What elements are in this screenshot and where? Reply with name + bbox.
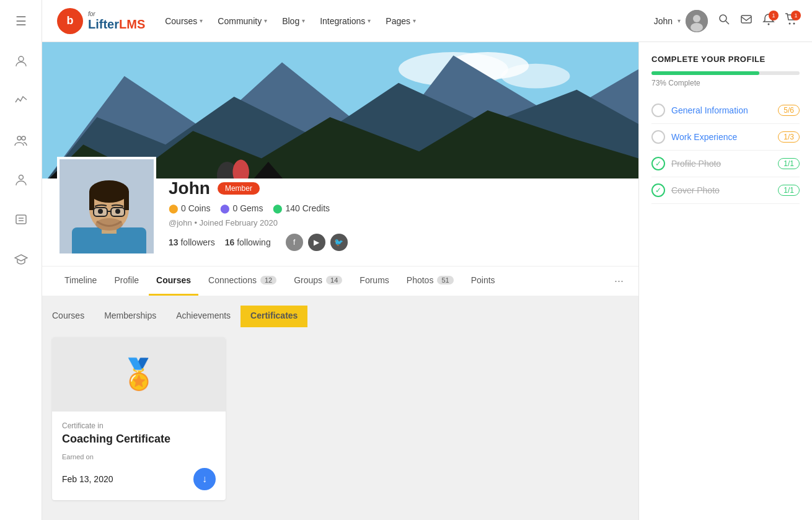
svg-rect-34: [124, 192, 129, 210]
progress-bar-background: [651, 71, 800, 75]
cover-photo-score: 1/1: [778, 185, 800, 196]
svg-point-20: [501, 64, 570, 89]
tab-more[interactable]: ···: [614, 275, 624, 288]
svg-point-16: [793, 23, 795, 25]
people-icon[interactable]: [10, 169, 32, 191]
cert-medal-icon: 🏅: [120, 357, 157, 392]
nav-blog[interactable]: Blog ▾: [282, 16, 305, 26]
svg-point-10: [691, 23, 703, 32]
cert-card-body: Certificate in Coaching Certificate Earn…: [52, 412, 226, 500]
work-experience-score: 1/3: [778, 131, 800, 143]
tab-groups[interactable]: Groups 14: [286, 267, 350, 296]
nav-community[interactable]: Community ▾: [218, 16, 267, 26]
profile-section: John Member ⬤ 0 Coins ⬤ 0 Gems: [42, 178, 638, 266]
profile-photo-label[interactable]: Profile Photo: [671, 159, 772, 169]
profile-handle: @john • Joined February 2020: [169, 218, 624, 227]
user-menu[interactable]: John ▾: [654, 10, 708, 32]
coins-icon: ⬤: [169, 203, 179, 213]
cart-icon[interactable]: 1: [785, 13, 797, 29]
sub-tabs: Courses Memberships Achievements Certifi…: [42, 296, 638, 327]
tab-photos[interactable]: Photos 51: [399, 267, 461, 296]
sub-tab-memberships[interactable]: Memberships: [94, 306, 166, 327]
profile-main: John Member ⬤ 0 Coins ⬤ 0 Gems: [42, 42, 638, 520]
logo-icon: b: [57, 8, 83, 34]
svg-point-15: [789, 23, 791, 25]
user-name: John: [654, 16, 673, 26]
work-experience-check: [651, 130, 665, 144]
general-info-check: [651, 104, 665, 117]
nav-integrations[interactable]: Integrations ▾: [320, 16, 371, 26]
member-badge: Member: [218, 182, 260, 195]
list-icon[interactable]: [10, 208, 32, 231]
sub-tab-achievements[interactable]: Achievements: [166, 306, 241, 327]
tab-points[interactable]: Points: [464, 267, 503, 296]
tab-courses[interactable]: Courses: [149, 267, 198, 296]
svg-point-1: [17, 136, 21, 140]
svg-point-11: [720, 15, 726, 22]
cert-footer: Feb 13, 2020 ↓: [62, 468, 216, 490]
group-icon[interactable]: [10, 129, 32, 151]
logo[interactable]: b for LifterLMS: [57, 8, 145, 34]
profile-photo-check: ✓: [651, 157, 665, 170]
svg-rect-4: [16, 215, 26, 224]
certificates-area: 🏅 Certificate in Coaching Certificate Ea…: [42, 327, 638, 510]
youtube-icon[interactable]: ▶: [308, 234, 325, 251]
svg-point-38: [98, 209, 103, 214]
twitter-icon[interactable]: 🐦: [330, 234, 348, 251]
cert-title: Coaching Certificate: [62, 433, 216, 446]
user-chevron: ▾: [677, 17, 681, 24]
cart-badge: 1: [791, 11, 801, 20]
user-icon[interactable]: [10, 50, 32, 72]
svg-point-3: [19, 175, 23, 180]
cert-card-header: 🏅: [52, 337, 226, 412]
svg-point-0: [19, 56, 24, 61]
download-button[interactable]: ↓: [193, 468, 216, 490]
svg-line-12: [726, 21, 729, 24]
svg-point-39: [115, 209, 120, 214]
nav-pages[interactable]: Pages ▾: [386, 16, 416, 26]
credits-label: 140 Credits: [285, 203, 330, 213]
nav-courses[interactable]: Courses ▾: [165, 16, 203, 26]
user-avatar: [686, 10, 708, 32]
profile-item-profile-photo: ✓ Profile Photo 1/1: [651, 151, 800, 177]
following-count: 16 following: [225, 237, 271, 247]
svg-point-14: [768, 24, 770, 25]
messages-icon[interactable]: [740, 13, 752, 29]
menu-icon[interactable]: ☰: [10, 10, 32, 32]
logo-name: LifterLMS: [88, 17, 145, 31]
followers-count: 13 followers: [169, 237, 215, 247]
profile-stats: ⬤ 0 Coins ⬤ 0 Gems ⬤ 140 Credits: [169, 203, 624, 213]
search-icon[interactable]: [718, 13, 730, 29]
main-wrapper: b for LifterLMS Courses ▾ Community ▾ Bl…: [42, 0, 812, 520]
sub-tab-courses[interactable]: Courses: [42, 306, 94, 327]
svg-rect-13: [741, 15, 751, 23]
activity-icon[interactable]: [10, 89, 32, 112]
nav-right: John ▾ 1 1: [654, 10, 797, 32]
cover-photo-label[interactable]: Cover Photo: [671, 185, 772, 195]
profile-photo-score: 1/1: [778, 158, 800, 169]
complete-profile-title: COMPLETE YOUR PROFILE: [651, 55, 800, 64]
svg-point-9: [693, 15, 700, 22]
gems-icon: ⬤: [220, 203, 230, 213]
logo-text: for LifterLMS: [88, 11, 145, 31]
sidebar: ☰: [0, 0, 42, 520]
tab-connections[interactable]: Connections 12: [201, 267, 284, 296]
tab-forums[interactable]: Forums: [352, 267, 396, 296]
tab-profile[interactable]: Profile: [107, 267, 146, 296]
tab-timeline[interactable]: Timeline: [57, 267, 104, 296]
notifications-badge: 1: [769, 11, 779, 20]
profile-info: John Member ⬤ 0 Coins ⬤ 0 Gems: [169, 178, 624, 256]
sub-tab-certificates[interactable]: Certificates: [241, 306, 307, 327]
graduation-icon[interactable]: [10, 248, 32, 270]
notifications-icon[interactable]: 1: [762, 13, 775, 29]
general-info-label[interactable]: General Information: [671, 105, 772, 115]
profile-item-general-info: General Information 5/6: [651, 97, 800, 124]
progress-bar-fill: [651, 71, 759, 75]
work-experience-label[interactable]: Work Experience: [671, 132, 772, 142]
progress-label: 73% Complete: [651, 79, 800, 87]
profile-avatar: [57, 157, 156, 256]
certificate-card: 🏅 Certificate in Coaching Certificate Ea…: [52, 337, 226, 500]
credits-icon: ⬤: [273, 203, 283, 213]
facebook-icon[interactable]: f: [286, 234, 303, 251]
coins-label: 0 Coins: [181, 203, 210, 213]
